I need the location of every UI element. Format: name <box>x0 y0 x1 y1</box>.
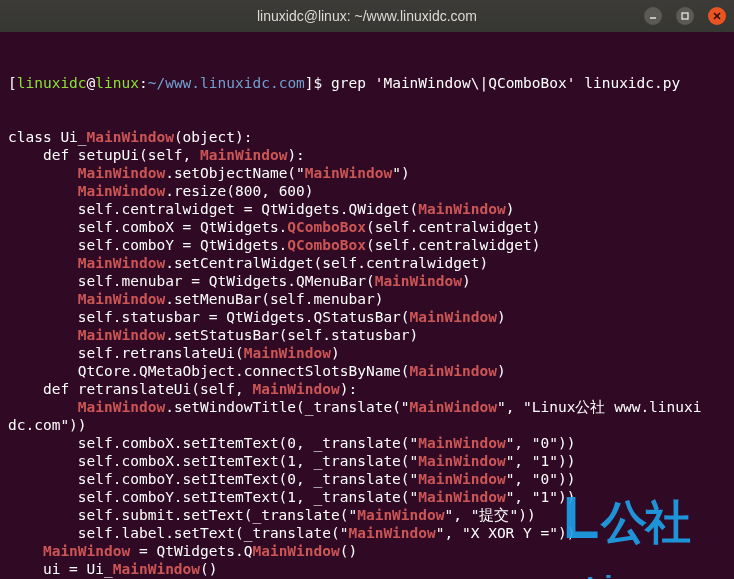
grep-match: MainWindow <box>78 327 165 343</box>
grep-match: MainWindow <box>252 543 339 559</box>
titlebar: linuxidc@linux: ~/www.linuxidc.com <box>0 0 734 32</box>
grep-match: QComboBox <box>287 237 366 253</box>
prompt-path: ~/www.linuxidc.com <box>148 75 305 91</box>
window-controls <box>644 7 726 25</box>
grep-match: MainWindow <box>418 471 505 487</box>
grep-match: MainWindow <box>418 489 505 505</box>
grep-match: MainWindow <box>418 201 505 217</box>
grep-match: MainWindow <box>418 435 505 451</box>
grep-match: MainWindow <box>87 129 174 145</box>
minimize-button[interactable] <box>644 7 662 25</box>
grep-match: QComboBox <box>287 219 366 235</box>
output-line: MainWindow.setCentralWidget(self.central… <box>8 254 726 272</box>
grep-match: MainWindow <box>78 291 165 307</box>
grep-match: MainWindow <box>375 273 462 289</box>
grep-match: MainWindow <box>252 381 339 397</box>
grep-match: MainWindow <box>418 453 505 469</box>
output-line: self.comboY.setItemText(0, _translate("M… <box>8 470 726 488</box>
prompt-line: [linuxidc@linux:~/www.linuxidc.com]$ gre… <box>8 74 726 92</box>
grep-match: MainWindow <box>78 165 165 181</box>
output-line: self.comboX = QtWidgets.QComboBox(self.c… <box>8 218 726 236</box>
output-line: class Ui_MainWindow(object): <box>8 128 726 146</box>
output-line: dc.com")) <box>8 416 726 434</box>
output-line: self.centralwidget = QtWidgets.QWidget(M… <box>8 200 726 218</box>
output-line: MainWindow.setWindowTitle(_translate("Ma… <box>8 398 726 416</box>
output-line: self.statusbar = QtWidgets.QStatusBar(Ma… <box>8 308 726 326</box>
output-line: ui = Ui_MainWindow() <box>8 560 726 578</box>
output-line: self.comboY.setItemText(1, _translate("M… <box>8 488 726 506</box>
window-title: linuxidc@linux: ~/www.linuxidc.com <box>257 8 477 24</box>
output-line: def retranslateUi(self, MainWindow): <box>8 380 726 398</box>
output-line: MainWindow = QtWidgets.QMainWindow() <box>8 542 726 560</box>
grep-match: MainWindow <box>43 543 130 559</box>
command-text: grep 'MainWindow\|QComboBox' linuxidc.py <box>331 75 680 91</box>
grep-match: MainWindow <box>348 525 435 541</box>
grep-match: MainWindow <box>78 255 165 271</box>
output-line: self.label.setText(_translate("MainWindo… <box>8 524 726 542</box>
grep-match: MainWindow <box>78 399 165 415</box>
grep-match: MainWindow <box>410 309 497 325</box>
terminal[interactable]: [linuxidc@linux:~/www.linuxidc.com]$ gre… <box>0 32 734 579</box>
output-line: self.menubar = QtWidgets.QMenuBar(MainWi… <box>8 272 726 290</box>
close-button[interactable] <box>708 7 726 25</box>
grep-match: MainWindow <box>244 345 331 361</box>
output-line: QtCore.QMetaObject.connectSlotsByName(Ma… <box>8 362 726 380</box>
grep-match: MainWindow <box>113 561 200 577</box>
output-line: self.comboX.setItemText(0, _translate("M… <box>8 434 726 452</box>
maximize-button[interactable] <box>676 7 694 25</box>
output-line: self.retranslateUi(MainWindow) <box>8 344 726 362</box>
prompt-user: linuxidc <box>17 75 87 91</box>
output-line: MainWindow.resize(800, 600) <box>8 182 726 200</box>
output-line: self.comboY = QtWidgets.QComboBox(self.c… <box>8 236 726 254</box>
grep-match: MainWindow <box>78 183 165 199</box>
grep-match: MainWindow <box>200 147 287 163</box>
grep-match: MainWindow <box>357 507 444 523</box>
prompt-host: linux <box>95 75 139 91</box>
output-line: MainWindow.setStatusBar(self.statusbar) <box>8 326 726 344</box>
grep-match: MainWindow <box>410 399 497 415</box>
output-line: MainWindow.setObjectName("MainWindow") <box>8 164 726 182</box>
output-line: MainWindow.setMenuBar(self.menubar) <box>8 290 726 308</box>
grep-match: MainWindow <box>410 363 497 379</box>
output-line: self.submit.setText(_translate("MainWind… <box>8 506 726 524</box>
output-line: self.comboX.setItemText(1, _translate("M… <box>8 452 726 470</box>
output-line: def setupUi(self, MainWindow): <box>8 146 726 164</box>
svg-rect-1 <box>682 13 688 19</box>
terminal-output: class Ui_MainWindow(object): def setupUi… <box>8 128 726 579</box>
grep-match: MainWindow <box>305 165 392 181</box>
